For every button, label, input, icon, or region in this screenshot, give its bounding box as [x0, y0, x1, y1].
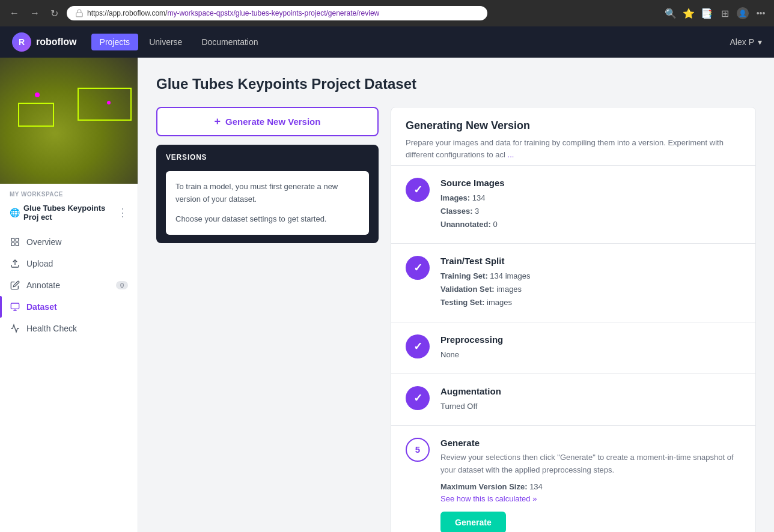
logo[interactable]: R roboflow: [12, 32, 77, 52]
annotate-label: Annotate: [26, 280, 60, 290]
generating-card: Generating New Version Prepare your imag…: [391, 107, 756, 532]
max-version-value: 134: [529, 482, 543, 491]
workspace-label: MY WORKSPACE: [10, 191, 128, 198]
bounding-box-1: [78, 88, 132, 121]
browser-chrome: ← → ↻ https://app.roboflow.com/my-worksp…: [0, 0, 774, 26]
project-thumbnail: [0, 58, 138, 184]
menu-icon[interactable]: •••: [755, 7, 767, 19]
step-5-name: Generate: [440, 438, 741, 448]
step-5-number-icon: 5: [406, 438, 430, 462]
step-1-check-icon: ✓: [406, 178, 430, 202]
step-4-check-icon: ✓: [406, 386, 430, 410]
project-name-row: 🌐 Glue Tubes Keypoints Proj ect ⋮: [10, 201, 128, 224]
back-button[interactable]: ←: [7, 5, 22, 21]
reload-button[interactable]: ↻: [48, 5, 61, 22]
generate-action-button[interactable]: Generate: [440, 512, 506, 532]
forward-button[interactable]: →: [28, 5, 42, 21]
health-check-icon: [10, 323, 20, 334]
step-3-check-icon: ✓: [406, 334, 430, 358]
step-2-content: Train/Test Split Training Set: 134 image…: [440, 256, 741, 309]
sidebar-nav: Overview Upload Annotate 0: [0, 226, 138, 344]
address-bar[interactable]: https://app.roboflow.com/my-workspace-qp…: [67, 6, 487, 20]
star-icon[interactable]: ⭐: [683, 7, 695, 19]
svg-rect-0: [76, 13, 83, 16]
nav-right: Alex P ▾: [730, 37, 762, 47]
sidebar-item-dataset[interactable]: Dataset: [0, 296, 138, 318]
generating-title: Generating New Version: [406, 119, 741, 132]
step-1-content: Source Images Images: 134 Classes: 3 Una…: [440, 178, 741, 231]
svg-rect-3: [11, 243, 14, 246]
step-5-desc: Review your selections then click "Gener…: [440, 452, 741, 477]
project-title: Glue Tubes Keypoints Proj ect: [23, 204, 117, 222]
content-columns: + Generate New Version VERSIONS To train…: [156, 107, 756, 532]
checkmark-icon-3: ✓: [413, 340, 422, 353]
generating-desc: Prepare your images and data for trainin…: [406, 137, 741, 160]
sidebar: MY WORKSPACE 🌐 Glue Tubes Keypoints Proj…: [0, 58, 138, 532]
step-4-details: Turned Off: [440, 400, 741, 413]
checkmark-icon-4: ✓: [413, 391, 422, 405]
step-preprocessing: ✓ Preprocessing None: [391, 322, 755, 373]
versions-text-1: To train a model, you must first generat…: [175, 181, 359, 206]
overview-icon: [10, 237, 20, 247]
step-train-test-split: ✓ Train/Test Split Training Set: 134 ima…: [391, 243, 755, 321]
user-name: Alex P: [730, 37, 754, 47]
app: R roboflow Projects Universe Documentati…: [0, 26, 774, 532]
sidebar-item-upload[interactable]: Upload: [0, 253, 138, 274]
desc-link[interactable]: ...: [508, 150, 514, 159]
project-name-text: 🌐 Glue Tubes Keypoints Proj ect: [10, 204, 117, 222]
bookmark-icon[interactable]: 📑: [701, 7, 713, 19]
versions-title: VERSIONS: [166, 153, 369, 162]
globe-icon: 🌐: [10, 208, 20, 217]
content-area: Glue Tubes Keypoints Project Dataset + G…: [138, 58, 774, 532]
step-5-number: 5: [415, 444, 420, 455]
chevron-down-icon: ▾: [758, 37, 762, 47]
sidebar-image: [0, 58, 138, 184]
logo-text: roboflow: [36, 37, 77, 47]
step-source-images: ✓ Source Images Images: 134 Classes: 3 U…: [391, 165, 755, 243]
step-1-name: Source Images: [440, 178, 741, 188]
sidebar-item-annotate[interactable]: Annotate 0: [0, 274, 138, 296]
step-augmentation: ✓ Augmentation Turned Off: [391, 373, 755, 425]
nav-links: Projects Universe Documentation: [91, 34, 267, 50]
see-how-link[interactable]: See how this is calculated »: [440, 494, 537, 503]
step-2-details: Training Set: 134 images Validation Set:…: [440, 270, 741, 309]
logo-icon: R: [12, 32, 31, 52]
step-generate: 5 Generate Review your selections then c…: [391, 425, 755, 532]
dataset-label: Dataset: [26, 302, 57, 312]
main-layout: MY WORKSPACE 🌐 Glue Tubes Keypoints Proj…: [0, 58, 774, 532]
checkmark-icon: ✓: [413, 183, 422, 196]
step-3-name: Preprocessing: [440, 334, 741, 345]
right-column: Generating New Version Prepare your imag…: [391, 107, 756, 532]
sidebar-item-overview[interactable]: Overview: [0, 231, 138, 253]
generating-header: Generating New Version Prepare your imag…: [391, 107, 755, 165]
upload-label: Upload: [26, 259, 53, 268]
health-check-label: Health Check: [26, 324, 77, 333]
nav-documentation[interactable]: Documentation: [193, 34, 266, 50]
windows-icon[interactable]: ⊞: [719, 7, 731, 19]
keypoint-2: [107, 101, 111, 104]
generate-btn-label: Generate New Version: [225, 116, 320, 127]
max-version-text: Maximum Version Size: 134: [440, 482, 741, 491]
versions-text-2: Choose your dataset settings to get star…: [175, 213, 359, 226]
checkmark-icon-2: ✓: [413, 261, 422, 274]
max-version-label: Maximum Version Size:: [440, 482, 528, 491]
plus-icon: +: [215, 115, 221, 128]
svg-rect-6: [11, 303, 19, 309]
user-icon[interactable]: 👤: [737, 7, 749, 19]
nav-projects[interactable]: Projects: [91, 34, 139, 50]
svg-rect-1: [11, 238, 14, 241]
more-options-button[interactable]: ⋮: [117, 207, 128, 218]
url-text: https://app.roboflow.com/my-workspace-qp…: [87, 9, 379, 17]
nav-universe[interactable]: Universe: [141, 34, 190, 50]
zoom-icon[interactable]: 🔍: [665, 7, 677, 19]
versions-text: To train a model, you must first generat…: [175, 181, 359, 225]
sidebar-item-health-check[interactable]: Health Check: [0, 318, 138, 339]
page-title: Glue Tubes Keypoints Project Dataset: [156, 76, 756, 92]
step-2-name: Train/Test Split: [440, 256, 741, 266]
step-2-check-icon: ✓: [406, 256, 430, 280]
versions-card: VERSIONS To train a model, you must firs…: [156, 145, 379, 243]
generate-new-version-button[interactable]: + Generate New Version: [156, 107, 379, 136]
bounding-box-2: [18, 103, 54, 127]
upload-icon: [10, 258, 20, 269]
nav-user[interactable]: Alex P ▾: [730, 37, 762, 47]
